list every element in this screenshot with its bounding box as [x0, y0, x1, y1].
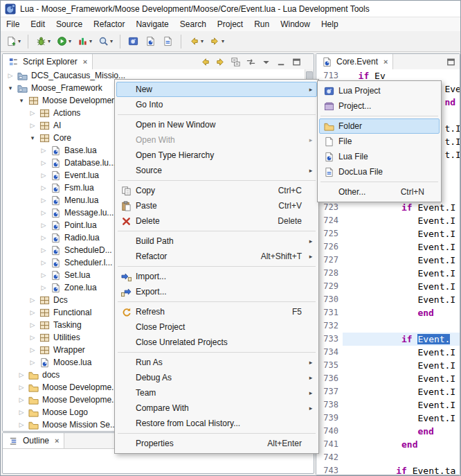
- search-button[interactable]: ▾: [96, 33, 115, 51]
- collapsed-arrow-icon[interactable]: ▷: [29, 346, 36, 353]
- back-button[interactable]: [198, 55, 213, 69]
- expanded-arrow-icon[interactable]: ▾: [7, 85, 14, 91]
- forward-button[interactable]: [213, 55, 228, 69]
- collapsed-arrow-icon[interactable]: ▷: [40, 197, 47, 204]
- collapsed-arrow-icon[interactable]: ▷: [29, 297, 36, 303]
- collapsed-arrow-icon[interactable]: ▷: [40, 247, 47, 254]
- menubar-item-help[interactable]: Help: [316, 17, 344, 31]
- collapsed-arrow-icon[interactable]: ▷: [29, 321, 36, 328]
- maximize-button[interactable]: [289, 55, 304, 69]
- menubar-item-file[interactable]: File: [1, 17, 25, 31]
- code-line-741[interactable]: 741end: [316, 438, 460, 451]
- new-button[interactable]: ▾: [3, 33, 23, 51]
- collapsed-arrow-icon[interactable]: ▷: [40, 222, 47, 229]
- menu-item-close-project[interactable]: Close Project: [116, 319, 317, 335]
- code-line-729[interactable]: 729Event.I: [316, 280, 460, 293]
- code-line-735[interactable]: 735Event.I: [316, 359, 460, 372]
- menu-item-lua-project[interactable]: Lua Project: [319, 83, 440, 98]
- collapsed-arrow-icon[interactable]: ▷: [18, 409, 25, 416]
- collapsed-arrow-icon[interactable]: ▷: [40, 209, 47, 216]
- menu-item-file[interactable]: File: [319, 134, 440, 149]
- menu-item-refactor[interactable]: RefactorAlt+Shift+T▸: [116, 249, 317, 264]
- collapsed-arrow-icon[interactable]: ▷: [18, 396, 25, 403]
- menu-item-go-into[interactable]: Go Into: [116, 97, 317, 112]
- new-doclua-file-button[interactable]: [160, 33, 176, 51]
- menu-item-paste[interactable]: PasteCtrl+V: [116, 198, 317, 213]
- menu-item-doclua-file[interactable]: DocLua File: [319, 164, 440, 179]
- new-lua-file-button[interactable]: [143, 33, 159, 51]
- menu-item-run-as[interactable]: Run As▸: [116, 355, 317, 370]
- code-line-728[interactable]: 728Event.I: [316, 267, 460, 280]
- menu-item-folder[interactable]: Folder: [319, 118, 440, 134]
- collapsed-arrow-icon[interactable]: ▷: [40, 284, 47, 291]
- collapse-all-button[interactable]: [228, 55, 243, 69]
- expanded-arrow-icon[interactable]: ▾: [29, 134, 36, 141]
- collapsed-arrow-icon[interactable]: ▷: [40, 259, 47, 266]
- code-line-738[interactable]: 738Event.I: [316, 398, 460, 412]
- menu-item-open-type-hierarchy[interactable]: Open Type Hierarchy: [116, 148, 317, 163]
- close-icon[interactable]: ×: [83, 58, 87, 66]
- code-line-726[interactable]: 726Event.I: [316, 240, 460, 254]
- code-line-725[interactable]: 725Event.I: [316, 227, 460, 240]
- code-line-727[interactable]: 727Event.I: [316, 254, 460, 267]
- code-line-740[interactable]: 740end: [316, 425, 460, 438]
- editor-tab-core-event[interactable]: Core.Event ×: [316, 54, 393, 69]
- run-button[interactable]: ▾: [54, 33, 73, 51]
- expanded-arrow-icon[interactable]: ▾: [18, 97, 25, 104]
- menu-item-properties[interactable]: PropertiesAlt+Enter: [116, 436, 317, 451]
- debug-button[interactable]: ▾: [33, 33, 53, 51]
- collapsed-arrow-icon[interactable]: ▷: [18, 371, 25, 378]
- minimize-button[interactable]: [274, 55, 289, 69]
- link-editor-button[interactable]: [244, 55, 258, 69]
- code-line-730[interactable]: 730Event.I: [316, 293, 460, 306]
- close-icon[interactable]: ×: [55, 437, 59, 445]
- menu-item-delete[interactable]: DeleteDelete: [116, 213, 317, 229]
- new-lua-project-button[interactable]: [125, 33, 141, 51]
- collapsed-arrow-icon[interactable]: ▷: [29, 122, 36, 129]
- menu-item-close-unrelated-projects[interactable]: Close Unrelated Projects: [116, 335, 317, 350]
- menu-item-new[interactable]: New▸: [116, 82, 317, 97]
- collapsed-arrow-icon[interactable]: ▷: [18, 421, 25, 428]
- menu-item-source[interactable]: Source▸: [116, 163, 317, 178]
- menubar-item-refactor[interactable]: Refactor: [88, 17, 130, 31]
- menu-item-debug-as[interactable]: Debug As▸: [116, 370, 317, 385]
- code-line-736[interactable]: 736Event.I: [316, 372, 460, 385]
- code-line-724[interactable]: 724Event.I: [316, 214, 460, 227]
- code-line-723[interactable]: 723if Event.I: [316, 201, 460, 214]
- view-menu-button[interactable]: [259, 55, 273, 69]
- menubar-item-navigate[interactable]: Navigate: [130, 17, 174, 31]
- coverage-button[interactable]: ▾: [75, 33, 94, 51]
- menubar-item-source[interactable]: Source: [51, 17, 88, 31]
- menu-item-refresh[interactable]: RefreshF5: [116, 304, 317, 319]
- code-line-731[interactable]: 731end: [316, 306, 460, 319]
- menu-item-build-path[interactable]: Build Path▸: [116, 233, 317, 249]
- collapsed-arrow-icon[interactable]: ▷: [7, 72, 14, 79]
- collapsed-arrow-icon[interactable]: ▷: [40, 147, 47, 154]
- menu-item-compare-with[interactable]: Compare With▸: [116, 400, 317, 416]
- collapsed-arrow-icon[interactable]: ▷: [40, 172, 47, 179]
- menubar-item-edit[interactable]: Edit: [25, 17, 51, 31]
- code-line-739[interactable]: 739Event.I: [316, 412, 460, 425]
- menubar-item-run[interactable]: Run: [248, 17, 275, 31]
- menu-item-import[interactable]: Import...: [116, 269, 317, 284]
- collapsed-arrow-icon[interactable]: ▷: [40, 272, 47, 279]
- menu-item-open-with[interactable]: Open With▸: [116, 132, 317, 148]
- menubar-item-search[interactable]: Search: [174, 17, 212, 31]
- collapsed-arrow-icon[interactable]: ▷: [29, 334, 36, 341]
- maximize-button[interactable]: [444, 55, 458, 69]
- menubar-item-project[interactable]: Project: [212, 17, 248, 31]
- collapsed-arrow-icon[interactable]: ▷: [29, 309, 36, 316]
- code-line-743[interactable]: 743if Event.ta: [316, 464, 460, 475]
- menu-item-copy[interactable]: CopyCtrl+C: [116, 183, 317, 198]
- menu-item-other[interactable]: Other...Ctrl+N: [319, 184, 440, 200]
- menu-item-restore-from-local-history[interactable]: Restore from Local History...: [116, 416, 317, 431]
- menu-item-team[interactable]: Team▸: [116, 385, 317, 400]
- menu-item-open-in-new-window[interactable]: Open in New Window: [116, 117, 317, 132]
- collapsed-arrow-icon[interactable]: ▷: [29, 109, 36, 116]
- code-line-734[interactable]: 734Event.I: [316, 346, 460, 359]
- close-icon[interactable]: ×: [383, 58, 388, 66]
- code-line-742[interactable]: 742: [316, 451, 460, 464]
- collapsed-arrow-icon[interactable]: ▷: [40, 234, 47, 241]
- collapsed-arrow-icon[interactable]: ▷: [40, 184, 47, 191]
- collapsed-arrow-icon[interactable]: ▷: [29, 359, 36, 366]
